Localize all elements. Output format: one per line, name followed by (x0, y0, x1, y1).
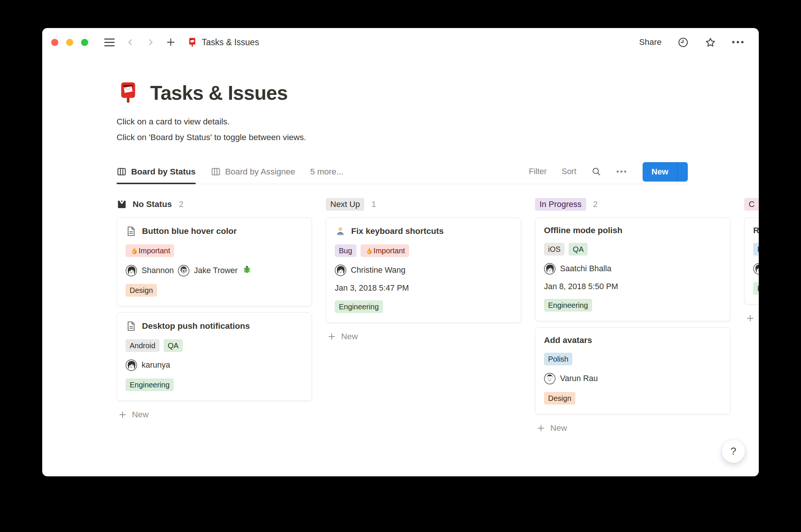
board-card-add-avatars[interactable]: Add avatarsPolishVarun RauDesign (535, 327, 730, 414)
person-christine-wang: Christine Wang (335, 265, 405, 276)
card-property-row: Jan 8, 2018 5:50 PM (544, 282, 721, 291)
tag-bug: Bug (335, 244, 356, 257)
card-property-row: AndroidQA (126, 339, 303, 352)
more-views-link[interactable]: 5 more... (310, 167, 343, 177)
back-icon[interactable] (126, 38, 135, 47)
card-property-row: Engineering (335, 300, 512, 313)
zoom-window-button[interactable] (81, 39, 88, 46)
tag-p: P (753, 243, 759, 256)
tag-label: iOS (548, 244, 560, 254)
view-tab-bar: Board by StatusBoard by Assignee 5 more.… (117, 160, 688, 184)
column-header-no-status[interactable]: No Status2 (117, 197, 312, 212)
avatar (544, 373, 556, 384)
share-button[interactable]: Share (639, 37, 662, 47)
plus-icon (118, 410, 127, 419)
board-card-offline-mode-polish[interactable]: Offline mode polishiOSQASaatchi BhallaJa… (535, 217, 730, 321)
technologist-emoji-icon (335, 226, 346, 237)
board-card-button-blue-hover-color[interactable]: Button blue hover colorImportantShannonJ… (117, 217, 312, 306)
column-name-badge: Next Up (326, 198, 364, 211)
person-name: Christine Wang (351, 266, 405, 275)
page-header: Tasks & Issues Click on a card to view d… (42, 81, 759, 145)
add-card-button[interactable]: New (536, 423, 730, 433)
add-card-button[interactable]: New (746, 313, 759, 323)
card-title: Add avatars (544, 335, 592, 345)
card-title-row: Offline mode polish (544, 226, 721, 235)
tag-label: Engineering (130, 380, 170, 390)
column-header-in-progress[interactable]: In Progress2 (535, 197, 730, 212)
person-name: Jake Trower (194, 266, 238, 275)
plus-icon (746, 314, 755, 323)
titlebar: Tasks & Issues Share ••• (42, 28, 759, 56)
card-property-row: Polish (544, 353, 721, 365)
card-property-row: Design (544, 392, 721, 405)
board-column-next-up: Next Up1Fix keyboard shortcutsBugImporta… (326, 197, 521, 433)
beetle-icon (242, 265, 252, 274)
column-count: 1 (371, 200, 376, 209)
card-property-row: Design (126, 284, 303, 297)
beetle-emoji-icon (242, 265, 252, 276)
column-name: No Status (133, 200, 172, 209)
card-title-row: Add avatars (544, 335, 721, 345)
forward-icon[interactable] (146, 38, 155, 47)
person-name: karunya (142, 361, 170, 370)
column-count: 2 (593, 200, 598, 209)
add-card-label: New (550, 423, 567, 433)
person-item (753, 263, 759, 275)
person-varun-rau: Varun Rau (544, 373, 598, 384)
minimize-window-button[interactable] (66, 39, 73, 46)
view-options-icon[interactable]: ••• (616, 167, 628, 176)
tag-ios: iOS (544, 243, 565, 256)
person-saatchi-bhalla: Saatchi Bhalla (544, 263, 611, 275)
page-title: Tasks & Issues (150, 81, 288, 104)
card-property-row: Saatchi Bhalla (544, 263, 721, 275)
new-dropdown-chevron-icon[interactable] (678, 162, 688, 172)
add-card-button[interactable]: New (327, 332, 521, 341)
page-description-line: Click on a card to view details. (117, 114, 759, 130)
new-button[interactable]: New (643, 162, 677, 182)
help-button[interactable]: ? (722, 440, 745, 463)
page-icon (126, 321, 137, 332)
board-card-desktop-push-notifications[interactable]: Desktop push notificationsAndroidQAkarun… (117, 312, 312, 401)
add-card-label: New (132, 410, 149, 420)
tag-label: Important (374, 246, 405, 256)
sort-button[interactable]: Sort (562, 167, 576, 176)
board-card-fix-keyboard-shortcuts[interactable]: Fix keyboard shortcutsBugImportantChrist… (326, 217, 521, 323)
close-window-button[interactable] (51, 39, 58, 46)
person-jake-trower: Jake Trower (178, 265, 252, 276)
board-card-re[interactable]: RePE (744, 217, 759, 304)
person-name: Varun Rau (560, 374, 598, 383)
filter-button[interactable]: Filter (529, 167, 547, 176)
tag-engineering: Engineering (335, 300, 383, 313)
person-name: Shannon (142, 266, 174, 275)
flame-icon (365, 247, 373, 255)
tab-board-by-assignee[interactable]: Board by Assignee (211, 160, 296, 184)
page-description-line: Click on 'Board by Status' to toggle bet… (117, 130, 759, 145)
add-card-button[interactable]: New (118, 410, 312, 420)
card-title-row: Re (753, 226, 759, 235)
breadcrumb[interactable]: Tasks & Issues (187, 37, 259, 47)
column-header-next-up[interactable]: Next Up1 (326, 197, 521, 212)
card-property-row: ShannonJake Trower (126, 265, 303, 276)
card-title-row: Button blue hover color (126, 226, 303, 237)
board-column-in-progress: In Progress2Offline mode polishiOSQASaat… (535, 197, 730, 433)
plus-icon (327, 332, 336, 341)
card-title: Desktop push notifications (142, 321, 250, 331)
updates-clock-icon[interactable] (677, 37, 689, 48)
board-column-no-status: No Status2Button blue hover colorImporta… (117, 197, 312, 433)
tag-qa: QA (569, 243, 588, 256)
tag-label: Important (139, 246, 170, 256)
card-title-row: Desktop push notifications (126, 321, 303, 332)
card-property-row: iOSQA (544, 243, 721, 256)
tag-engineering: Engineering (126, 378, 174, 391)
card-property-row: E (753, 282, 759, 295)
more-options-icon[interactable]: ••• (732, 37, 745, 47)
card-title: Fix keyboard shortcuts (351, 226, 444, 236)
tag-label: Engineering (339, 302, 379, 312)
sidebar-toggle-icon[interactable] (104, 38, 115, 46)
tag-qa: QA (164, 339, 183, 352)
column-header-c[interactable]: C (744, 197, 759, 212)
new-page-icon[interactable] (166, 37, 176, 47)
tab-board-by-status[interactable]: Board by Status (117, 160, 196, 184)
favorite-star-icon[interactable] (705, 37, 716, 48)
search-icon[interactable] (591, 167, 601, 177)
